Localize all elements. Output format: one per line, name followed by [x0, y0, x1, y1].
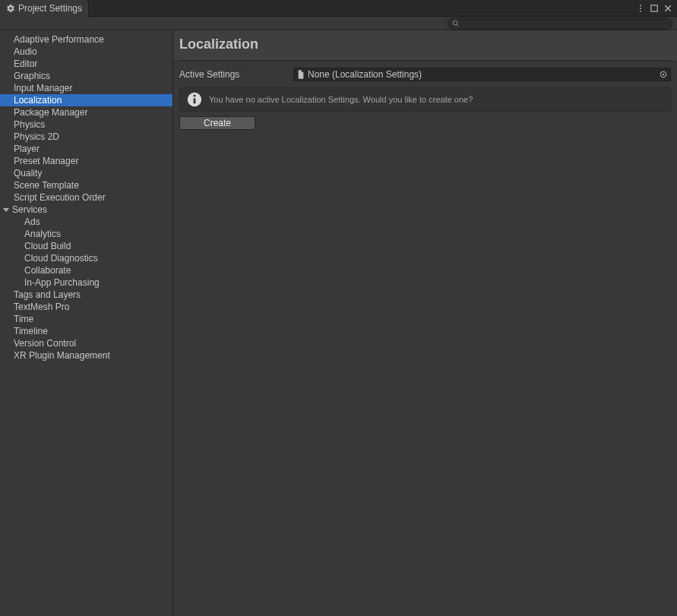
sidebar-item-label: Package Manager [14, 107, 87, 118]
sidebar-item-adaptive-performance[interactable]: Adaptive Performance [0, 33, 172, 46]
sidebar-item-label: Editor [14, 58, 37, 69]
sidebar-item-label: In-App Purchasing [24, 277, 100, 288]
sidebar-item-services[interactable]: Services [0, 204, 172, 216]
sidebar-item-version-control[interactable]: Version Control [0, 337, 172, 349]
sidebar-item-quality[interactable]: Quality [0, 167, 172, 179]
sidebar-item-label: Player [14, 144, 40, 154]
svg-point-4 [453, 21, 457, 25]
sidebar-item-audio[interactable]: Audio [0, 46, 172, 58]
sidebar-item-label: Script Execution Order [14, 192, 106, 203]
sidebar-item-time[interactable]: Time [0, 313, 172, 325]
window-title: Project Settings [18, 3, 82, 14]
sidebar-item-graphics[interactable]: Graphics [0, 70, 172, 82]
sidebar-item-timeline[interactable]: Timeline [0, 325, 172, 337]
sidebar-item-label: Preset Manager [14, 156, 78, 166]
sidebar-item-cloud-diagnostics[interactable]: Cloud Diagnostics [0, 252, 172, 264]
info-box: You have no active Localization Settings… [179, 87, 671, 112]
search-input[interactable] [448, 17, 672, 30]
sidebar-item-label: XR Plugin Management [14, 350, 110, 361]
svg-rect-9 [194, 98, 196, 103]
active-settings-field[interactable]: None (Localization Settings) [293, 68, 671, 81]
svg-line-5 [457, 24, 459, 27]
chevron-down-icon [3, 208, 9, 212]
panel-title: Localization [179, 36, 671, 61]
search-icon [452, 20, 460, 27]
svg-point-0 [640, 5, 641, 6]
window-tab[interactable]: Project Settings [0, 0, 89, 17]
sidebar-item-label: Time [14, 314, 33, 324]
sidebar-item-label: Cloud Diagnostics [24, 253, 98, 264]
sidebar-item-ads[interactable]: Ads [0, 216, 172, 228]
sidebar-item-textmesh-pro[interactable]: TextMesh Pro [0, 301, 172, 313]
svg-point-1 [640, 8, 641, 9]
sidebar-item-label: Analytics [24, 229, 61, 239]
create-button[interactable]: Create [179, 116, 255, 130]
maximize-icon[interactable] [650, 4, 659, 13]
file-icon [297, 70, 305, 79]
gear-icon [6, 4, 15, 13]
sidebar-item-scene-template[interactable]: Scene Template [0, 179, 172, 191]
sidebar-item-label: Scene Template [14, 180, 79, 191]
sidebar-item-player[interactable]: Player [0, 143, 172, 155]
sidebar-item-cloud-build[interactable]: Cloud Build [0, 240, 172, 252]
close-icon[interactable] [663, 4, 672, 13]
sidebar-item-label: Localization [14, 95, 62, 106]
sidebar-item-label: TextMesh Pro [14, 302, 69, 312]
sidebar-item-label: Adaptive Performance [14, 34, 104, 45]
sidebar-item-script-execution-order[interactable]: Script Execution Order [0, 191, 172, 204]
sidebar-item-physics-2d[interactable]: Physics 2D [0, 131, 172, 143]
sidebar-item-label: Quality [14, 168, 42, 178]
sidebar-item-editor[interactable]: Editor [0, 58, 172, 70]
active-settings-value: None (Localization Settings) [308, 69, 422, 80]
sidebar-item-label: Cloud Build [24, 241, 71, 251]
sidebar-item-in-app-purchasing[interactable]: In-App Purchasing [0, 276, 172, 289]
sidebar-item-xr-plugin-management[interactable]: XR Plugin Management [0, 349, 172, 362]
sidebar-item-label: Collaborate [24, 265, 71, 276]
sidebar-item-label: Timeline [14, 326, 48, 336]
object-picker-icon[interactable] [658, 69, 669, 80]
sidebar-item-package-manager[interactable]: Package Manager [0, 106, 172, 118]
sidebar-item-tags-and-layers[interactable]: Tags and Layers [0, 289, 172, 301]
sidebar-item-collaborate[interactable]: Collaborate [0, 264, 172, 276]
sidebar-item-physics[interactable]: Physics [0, 118, 172, 131]
active-settings-label: Active Settings [179, 69, 293, 80]
settings-sidebar: Adaptive PerformanceAudioEditorGraphicsI… [0, 30, 173, 616]
title-bar: Project Settings [0, 0, 677, 17]
sidebar-item-label: Ads [24, 216, 40, 227]
svg-point-7 [663, 74, 664, 75]
sidebar-item-analytics[interactable]: Analytics [0, 228, 172, 240]
svg-rect-3 [651, 5, 657, 11]
settings-panel: Localization Active Settings None (Local… [173, 30, 677, 616]
sidebar-item-label: Version Control [14, 338, 76, 349]
sidebar-item-label: Tags and Layers [14, 289, 81, 300]
svg-point-10 [193, 94, 195, 96]
sidebar-item-label: Audio [14, 46, 37, 57]
sidebar-item-label: Services [12, 204, 47, 215]
sidebar-item-label: Physics [14, 119, 45, 130]
sidebar-item-label: Graphics [14, 71, 50, 81]
sidebar-item-label: Input Manager [14, 83, 72, 93]
sidebar-item-localization[interactable]: Localization [0, 94, 172, 106]
svg-point-2 [640, 10, 641, 11]
menu-icon[interactable] [636, 4, 645, 13]
info-text: You have no active Localization Settings… [209, 95, 473, 104]
search-bar [0, 17, 677, 30]
info-icon [186, 91, 203, 108]
create-button-label: Create [204, 118, 231, 128]
sidebar-item-label: Physics 2D [14, 131, 59, 142]
sidebar-item-input-manager[interactable]: Input Manager [0, 82, 172, 94]
sidebar-item-preset-manager[interactable]: Preset Manager [0, 155, 172, 167]
